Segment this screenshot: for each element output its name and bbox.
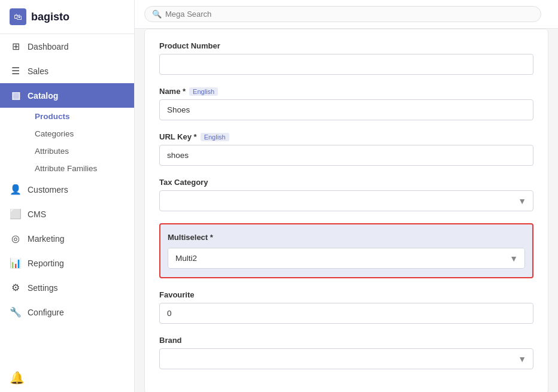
- sidebar-item-catalog[interactable]: ▤ Catalog: [0, 83, 134, 108]
- sidebar-item-settings-label: Settings: [28, 283, 58, 293]
- notification-icon[interactable]: 🔔: [0, 363, 134, 392]
- tax-category-label: Tax Category: [159, 178, 533, 187]
- sidebar-item-dashboard[interactable]: ⊞ Dashboard: [0, 34, 134, 59]
- brand-field: Brand Nike Adidas ▼: [159, 336, 533, 369]
- tax-category-wrapper: Standard Reduced ▼: [159, 190, 533, 211]
- product-number-input[interactable]: [159, 54, 533, 75]
- catalog-subnav: Products Categories Attributes Attribute…: [0, 108, 134, 177]
- search-icon: 🔍: [152, 10, 162, 19]
- tax-category-select[interactable]: Standard Reduced: [159, 190, 533, 211]
- customers-icon: 👤: [10, 184, 22, 195]
- sidebar-item-configure[interactable]: 🔧 Configure: [0, 300, 134, 324]
- logo-icon: 🛍: [10, 8, 26, 25]
- url-key-label: URL Key * English: [159, 132, 533, 141]
- name-input[interactable]: [159, 99, 533, 120]
- main-area: 🔍 Product Number Name * English: [135, 0, 558, 392]
- dashboard-icon: ⊞: [10, 41, 22, 52]
- sidebar-item-reporting-label: Reporting: [28, 259, 64, 268]
- sidebar-item-attribute-families[interactable]: Attribute Families: [28, 160, 134, 177]
- url-key-badge: English: [201, 133, 229, 141]
- sidebar-item-sales-label: Sales: [28, 66, 48, 76]
- reporting-icon: 📊: [10, 257, 22, 269]
- sales-icon: ☰: [10, 65, 22, 77]
- product-number-label: Product Number: [159, 41, 533, 50]
- name-badge: English: [189, 87, 218, 96]
- search-bar[interactable]: 🔍: [144, 6, 541, 22]
- sidebar-item-customers-label: Customers: [28, 185, 68, 195]
- sidebar: 🛍 bagisto ⊞ Dashboard ☰ Sales ▤ Catalog …: [0, 0, 135, 392]
- product-number-field: Product Number: [159, 41, 533, 75]
- sidebar-item-marketing[interactable]: ◎ Marketing: [0, 226, 134, 251]
- sidebar-item-settings[interactable]: ⚙ Settings: [0, 275, 134, 300]
- multiselect-wrapper: Multi1 Multi2 Multi3 ▼: [168, 248, 525, 269]
- topbar: 🔍: [135, 0, 558, 29]
- multiselect-box: Multiselect * Multi1 Multi2 Multi3 ▼: [159, 223, 533, 278]
- cms-icon: ⬜: [10, 208, 22, 220]
- multiselect-label: Multiselect *: [168, 233, 525, 242]
- sidebar-item-dashboard-label: Dashboard: [28, 42, 69, 51]
- sidebar-item-products[interactable]: Products: [28, 108, 134, 125]
- sidebar-item-marketing-label: Marketing: [28, 234, 64, 244]
- content-area: Product Number Name * English URL Key * …: [135, 29, 558, 392]
- sidebar-item-attributes[interactable]: Attributes: [28, 142, 134, 160]
- logo-area: 🛍 bagisto: [0, 0, 134, 34]
- tax-category-field: Tax Category Standard Reduced ▼: [159, 178, 533, 211]
- brand-label: Brand: [159, 336, 533, 345]
- settings-icon: ⚙: [10, 282, 22, 293]
- url-key-input[interactable]: [159, 145, 533, 166]
- logo-text: bagisto: [31, 11, 69, 23]
- form-section: Product Number Name * English URL Key * …: [144, 29, 548, 392]
- brand-select[interactable]: Nike Adidas: [159, 348, 533, 369]
- favourite-label: Favourite: [159, 290, 533, 299]
- url-key-field: URL Key * English: [159, 132, 533, 166]
- catalog-icon: ▤: [10, 90, 22, 101]
- multiselect-select[interactable]: Multi1 Multi2 Multi3: [168, 248, 525, 269]
- sidebar-item-configure-label: Configure: [28, 308, 64, 317]
- sidebar-item-categories[interactable]: Categories: [28, 125, 134, 142]
- sidebar-item-cms[interactable]: ⬜ CMS: [0, 202, 134, 226]
- sidebar-item-sales[interactable]: ☰ Sales: [0, 59, 134, 83]
- favourite-field: Favourite: [159, 290, 533, 324]
- name-label: Name * English: [159, 87, 533, 96]
- sidebar-item-customers[interactable]: 👤 Customers: [0, 177, 134, 202]
- search-input[interactable]: [165, 10, 533, 19]
- sidebar-item-cms-label: CMS: [28, 209, 46, 219]
- brand-wrapper: Nike Adidas ▼: [159, 348, 533, 369]
- name-field: Name * English: [159, 87, 533, 120]
- sidebar-item-reporting[interactable]: 📊 Reporting: [0, 251, 134, 275]
- marketing-icon: ◎: [10, 233, 22, 244]
- favourite-input[interactable]: [159, 303, 533, 324]
- configure-icon: 🔧: [10, 306, 22, 318]
- sidebar-item-catalog-label: Catalog: [28, 91, 58, 101]
